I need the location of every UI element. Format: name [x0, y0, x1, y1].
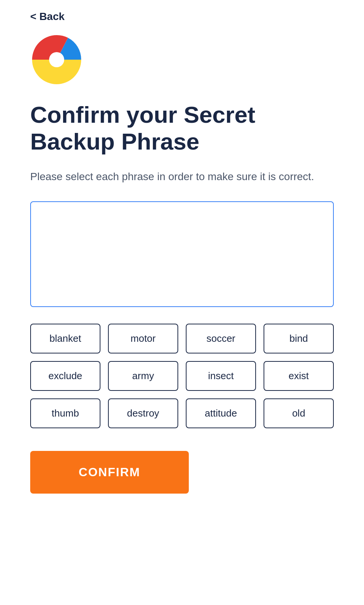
word-chip-w4[interactable]: bind [264, 324, 334, 353]
phrase-input-area [30, 201, 334, 307]
page-subtitle: Please select each phrase in order to ma… [30, 169, 334, 185]
word-grid: blanketmotorsoccerbindexcludearmyinsecte… [30, 324, 334, 428]
word-chip-w10[interactable]: destroy [108, 398, 178, 428]
word-chip-w6[interactable]: army [108, 361, 178, 391]
word-chip-w5[interactable]: exclude [30, 361, 100, 391]
word-chip-w11[interactable]: attitude [186, 398, 256, 428]
word-chip-w2[interactable]: motor [108, 324, 178, 353]
word-chip-w12[interactable]: old [264, 398, 334, 428]
back-link[interactable]: < Back [0, 0, 65, 23]
svg-point-0 [49, 52, 64, 67]
back-label: < Back [30, 11, 65, 23]
page-title: Confirm your Secret Backup Phrase [30, 101, 334, 155]
confirm-button[interactable]: CONFIRM [30, 451, 189, 494]
word-chip-w9[interactable]: thumb [30, 398, 100, 428]
word-chip-w8[interactable]: exist [264, 361, 334, 391]
word-chip-w3[interactable]: soccer [186, 324, 256, 353]
word-chip-w1[interactable]: blanket [30, 324, 100, 353]
confirm-label: CONFIRM [79, 465, 140, 479]
logo-container [30, 33, 83, 86]
word-chip-w7[interactable]: insect [186, 361, 256, 391]
